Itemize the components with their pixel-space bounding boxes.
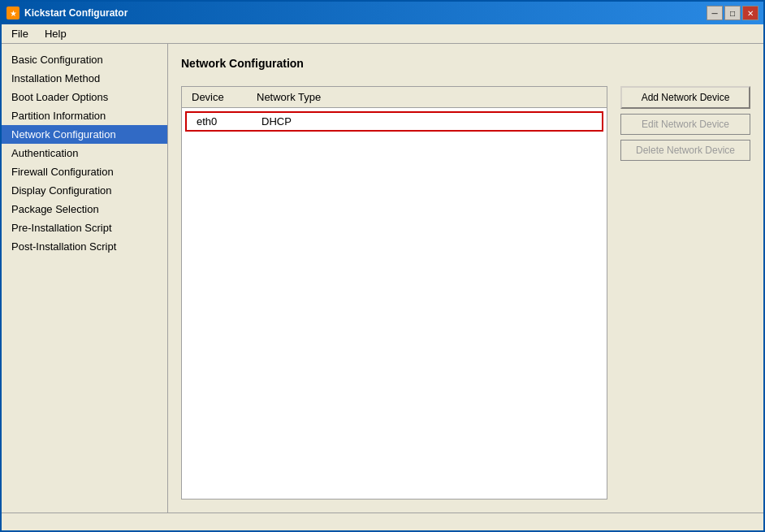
sidebar-item-basic-configuration[interactable]: Basic Configuration xyxy=(2,50,167,69)
menu-bar: File Help xyxy=(2,24,763,44)
title-bar: ★ Kickstart Configurator ─ □ ✕ xyxy=(2,2,763,24)
edit-network-device-button[interactable]: Edit Network Device xyxy=(620,114,750,135)
cell-network-type: DHCP xyxy=(252,113,301,130)
table-row[interactable]: eth0 DHCP xyxy=(185,111,603,132)
title-bar-left: ★ Kickstart Configurator xyxy=(6,6,128,19)
main-content: Basic Configuration Installation Method … xyxy=(2,44,763,513)
table-header: Device Network Type xyxy=(182,87,607,108)
main-window: ★ Kickstart Configurator ─ □ ✕ File Help… xyxy=(0,0,765,532)
buttons-panel: Add Network Device Edit Network Device D… xyxy=(620,86,750,500)
add-network-device-button[interactable]: Add Network Device xyxy=(620,86,750,109)
status-bar xyxy=(2,513,763,530)
sidebar-item-firewall-configuration[interactable]: Firewall Configuration xyxy=(2,162,167,181)
sidebar-item-partition-information[interactable]: Partition Information xyxy=(2,106,167,125)
network-table: Device Network Type eth0 DHCP xyxy=(181,86,607,500)
sidebar-item-display-configuration[interactable]: Display Configuration xyxy=(2,181,167,200)
column-device: Device xyxy=(182,89,247,105)
sidebar-item-network-configuration[interactable]: Network Configuration xyxy=(2,125,167,144)
content-area: Network Configuration Device Network Typ… xyxy=(168,44,763,513)
close-button[interactable]: ✕ xyxy=(742,6,759,20)
sidebar-item-package-selection[interactable]: Package Selection xyxy=(2,200,167,218)
title-bar-controls: ─ □ ✕ xyxy=(707,6,759,20)
window-title: Kickstart Configurator xyxy=(24,7,128,19)
maximize-button[interactable]: □ xyxy=(724,6,741,20)
content-main: Device Network Type eth0 DHCP Add Networ… xyxy=(181,86,750,500)
minimize-button[interactable]: ─ xyxy=(707,6,723,20)
sidebar-item-pre-installation-script[interactable]: Pre-Installation Script xyxy=(2,218,167,237)
menu-file[interactable]: File xyxy=(5,26,35,41)
sidebar-item-installation-method[interactable]: Installation Method xyxy=(2,69,167,88)
cell-device: eth0 xyxy=(187,113,252,130)
sidebar-item-authentication[interactable]: Authentication xyxy=(2,144,167,162)
delete-network-device-button[interactable]: Delete Network Device xyxy=(620,140,750,161)
app-icon: ★ xyxy=(6,6,19,19)
menu-help[interactable]: Help xyxy=(38,26,73,41)
section-title: Network Configuration xyxy=(181,57,750,70)
sidebar-item-post-installation-script[interactable]: Post-Installation Script xyxy=(2,237,167,256)
column-network-type: Network Type xyxy=(247,89,331,105)
sidebar-item-boot-loader-options[interactable]: Boot Loader Options xyxy=(2,88,167,106)
sidebar: Basic Configuration Installation Method … xyxy=(2,44,168,513)
